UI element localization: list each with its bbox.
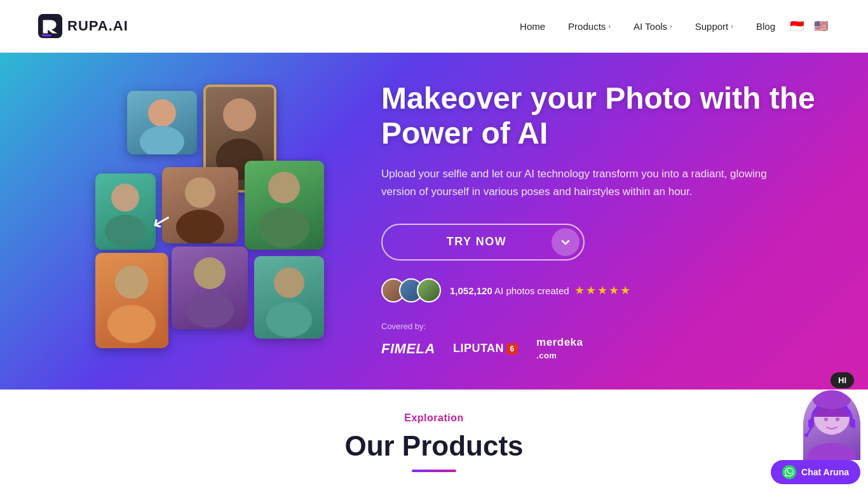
products-chevron-icon: › — [608, 22, 611, 30]
photo-5 — [245, 161, 324, 250]
svg-point-14 — [194, 257, 226, 289]
svg-point-7 — [105, 215, 146, 247]
nav-ai-tools[interactable]: AI Tools › — [634, 21, 672, 32]
photo-1 — [127, 91, 197, 154]
svg-point-12 — [115, 266, 148, 299]
products-heading: Our Products — [344, 430, 523, 462]
avatar-stack — [381, 278, 441, 302]
try-now-button[interactable]: TRY NOW — [381, 224, 585, 261]
try-now-label: TRY NOW — [402, 235, 552, 248]
flag-us[interactable]: 🇺🇸 — [812, 20, 830, 32]
hero-content: Makeover your Photo with the Power of AI… — [343, 81, 830, 361]
photo-3 — [95, 173, 156, 250]
navbar: RUPA.AI Home Products › AI Tools › Suppo… — [0, 0, 868, 53]
fimela-logo: FIMELA — [381, 341, 435, 357]
svg-point-21 — [836, 417, 839, 421]
hero-section: ↙ Makeover your Photo with the Power of … — [0, 53, 868, 390]
svg-point-20 — [824, 417, 828, 421]
hero-subtitle: Upload your selfie and let our AI techno… — [381, 165, 775, 201]
chat-aruna-button[interactable]: Chat Aruna — [771, 460, 860, 484]
proof-text: 1,052,120 AI photos created ★★★★★ — [450, 283, 632, 297]
liputan-logo: LIPUTAN6 — [453, 342, 519, 355]
svg-point-8 — [185, 177, 215, 208]
hero-title: Makeover your Photo with the Power of AI — [381, 81, 830, 151]
svg-point-15 — [186, 292, 234, 328]
flag-indonesia[interactable]: 🇮🇩 — [788, 20, 806, 32]
svg-point-16 — [274, 268, 304, 298]
photo-6 — [95, 253, 168, 348]
svg-point-9 — [176, 210, 224, 243]
svg-point-2 — [148, 99, 176, 127]
nav-home[interactable]: Home — [520, 21, 545, 32]
covered-logos: FIMELA LIPUTAN6 merdeka.com — [381, 336, 830, 362]
nav-flags: 🇮🇩 🇺🇸 — [788, 20, 830, 32]
chevron-down-icon — [552, 228, 580, 256]
ai-tools-chevron-icon: › — [670, 22, 672, 30]
nav-support[interactable]: Support › — [695, 21, 733, 32]
support-chevron-icon: › — [731, 22, 733, 30]
hi-badge: HI — [831, 372, 854, 388]
svg-point-17 — [266, 302, 312, 337]
social-proof: 1,052,120 AI photos created ★★★★★ — [381, 278, 830, 302]
photo-8 — [254, 256, 324, 339]
photo-4 — [162, 167, 238, 243]
svg-point-11 — [259, 207, 309, 248]
photo-7 — [172, 247, 248, 329]
merdeka-logo: merdeka.com — [536, 336, 583, 362]
svg-point-24 — [804, 433, 808, 437]
svg-rect-23 — [851, 419, 855, 428]
nav-blog[interactable]: Blog — [756, 21, 775, 32]
whatsapp-icon — [782, 465, 796, 479]
logo-text: RUPA.AI — [67, 18, 128, 34]
chat-label-row: Chat Aruna — [771, 460, 860, 484]
avatar-3 — [417, 278, 441, 302]
svg-point-25 — [808, 443, 856, 460]
chat-avatar — [803, 390, 860, 460]
rating-stars: ★★★★★ — [574, 284, 632, 297]
svg-point-6 — [111, 184, 139, 212]
logo[interactable]: RUPA.AI — [38, 14, 128, 38]
covered-label: Covered by: — [381, 322, 830, 331]
chat-label: Chat Aruna — [801, 467, 849, 477]
svg-point-3 — [140, 126, 184, 154]
svg-point-4 — [223, 98, 256, 132]
covered-by: Covered by: FIMELA LIPUTAN6 merdeka.com — [381, 322, 830, 362]
svg-point-13 — [107, 305, 156, 343]
nav-links: Home Products › AI Tools › Support › Blo… — [520, 21, 775, 32]
logo-icon — [38, 14, 62, 38]
svg-rect-1 — [42, 34, 51, 36]
title-underline — [412, 470, 456, 472]
svg-point-10 — [268, 172, 300, 203]
nav-products[interactable]: Products › — [568, 21, 611, 32]
proof-count: 1,052,120 — [450, 285, 492, 296]
chat-top-row: HI — [803, 390, 860, 460]
bottom-section: Exploration Our Products — [0, 390, 868, 488]
photo-collage: ↙ — [76, 85, 343, 358]
chat-widget[interactable]: HI — [771, 390, 860, 484]
exploration-label: Exploration — [404, 412, 464, 424]
